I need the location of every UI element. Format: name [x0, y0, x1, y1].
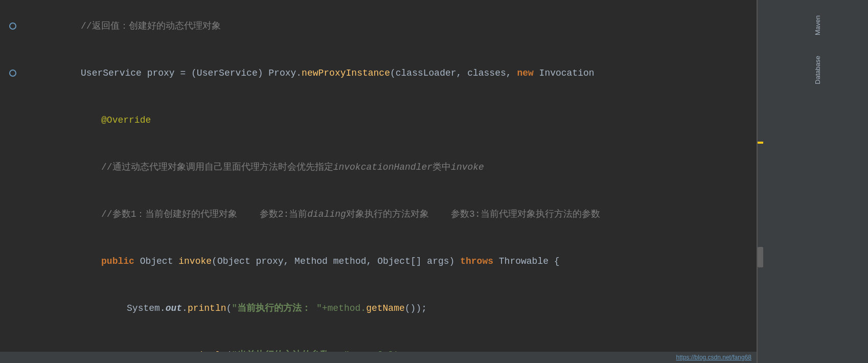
- code-content-6: public Object invoke(Object proxy, Metho…: [20, 238, 757, 284]
- line-3: @Override: [0, 97, 757, 144]
- editor-area: //返回值：创建好的动态代理对象 UserService proxy = (Us…: [0, 0, 757, 363]
- code-content-7: System.out.println("当前执行的方法： "+method.ge…: [20, 285, 757, 331]
- comment-text-1: //返回值：创建好的动态代理对象: [81, 21, 221, 31]
- line-7: System.out.println("当前执行的方法： "+method.ge…: [0, 285, 757, 332]
- code-content-1: //返回值：创建好的动态代理对象: [20, 3, 757, 49]
- line-2: UserService proxy = (UserService) Proxy.…: [0, 50, 757, 97]
- maven-tab[interactable]: Maven: [811, 10, 824, 46]
- database-tab[interactable]: Database: [811, 51, 824, 89]
- line-6: public Object invoke(Object proxy, Metho…: [0, 238, 757, 285]
- gutter-1: [0, 22, 20, 30]
- code-content-4: //通过动态代理对象调用自己里面代理方法时会优先指定invokcationHan…: [20, 144, 757, 190]
- line-4: //通过动态代理对象调用自己里面代理方法时会优先指定invokcationHan…: [0, 144, 757, 191]
- line-1: //返回值：创建好的动态代理对象: [0, 3, 757, 50]
- url-link[interactable]: https://blog.csdn.net/fang68: [676, 354, 751, 361]
- breakpoint-icon-1[interactable]: [9, 22, 16, 30]
- right-panel: Maven Database: [757, 0, 868, 363]
- gutter-2: [0, 70, 20, 77]
- code-content-3: @Override: [20, 97, 757, 143]
- code-lines: //返回值：创建好的动态代理对象 UserService proxy = (Us…: [0, 0, 757, 363]
- scroll-indicator: [758, 142, 763, 144]
- code-content-2: UserService proxy = (UserService) Proxy.…: [20, 50, 757, 96]
- line-5: //参数1：当前创建好的代理对象 参数2:当前dialing对象执行的方法对象 …: [0, 191, 757, 238]
- breakpoint-icon-2[interactable]: [9, 70, 16, 77]
- scrollbar-track[interactable]: [757, 0, 763, 363]
- bottom-bar: https://blog.csdn.net/fang68: [0, 352, 757, 363]
- scrollbar-thumb[interactable]: [758, 247, 763, 267]
- code-content-5: //参数1：当前创建好的代理对象 参数2:当前dialing对象执行的方法对象 …: [20, 191, 757, 237]
